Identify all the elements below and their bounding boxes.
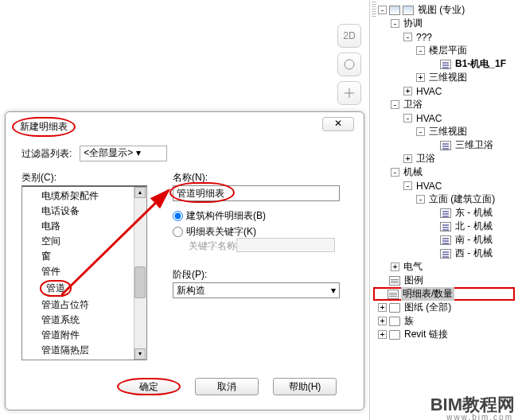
tree-row[interactable]: +三维视图 — [370, 71, 518, 84]
tree-row[interactable]: +Revit 链接 — [370, 328, 518, 341]
expand-icon[interactable]: + — [378, 330, 387, 339]
pan-button[interactable] — [337, 81, 361, 105]
tree-item-label: 三维视图 — [427, 71, 469, 84]
tree-row[interactable]: -卫浴 — [370, 98, 518, 111]
dialog-close-button[interactable]: ✕ — [322, 117, 354, 131]
category-item[interactable]: 空间 — [22, 234, 146, 249]
expand-icon[interactable]: + — [378, 317, 387, 325]
tree-item-label: 东 - 机械 — [454, 206, 494, 220]
phase-select[interactable]: 新构造▾ — [173, 282, 340, 298]
collapse-icon[interactable]: - — [416, 195, 425, 204]
scroll-thumb[interactable] — [134, 266, 146, 298]
tree-row[interactable]: -HVAC — [370, 111, 518, 125]
category-item[interactable]: 管道占位符 — [22, 298, 146, 313]
folder-icon — [389, 303, 400, 313]
help-button[interactable]: 帮助(H) — [273, 378, 337, 395]
tree-item-label: 族 — [403, 314, 415, 328]
view-2d-button[interactable]: 2D — [337, 24, 361, 48]
radio-building-input[interactable] — [173, 211, 183, 221]
tree-row[interactable]: +HVAC — [370, 84, 518, 98]
tree-row[interactable]: +图纸 (全部) — [370, 301, 518, 314]
tree-item-label: Revit 链接 — [403, 328, 450, 341]
tree-row[interactable]: -视图 (专业) — [370, 3, 518, 17]
category-item[interactable]: 电缆桥架配件 — [22, 189, 146, 204]
expand-icon[interactable]: + — [378, 303, 387, 312]
category-item[interactable]: 电话设备 — [22, 204, 146, 219]
dialog-title: 新建明细表 — [12, 117, 76, 137]
collapse-icon[interactable]: - — [403, 33, 412, 41]
tree-row[interactable]: -协调 — [370, 17, 518, 30]
collapse-icon[interactable]: - — [378, 6, 387, 14]
collapse-icon[interactable]: - — [403, 114, 412, 122]
scroll-up-arrow[interactable]: ▴ — [134, 187, 146, 198]
expand-icon[interactable]: + — [403, 87, 412, 95]
expand-icon[interactable]: + — [403, 154, 412, 163]
radio-building-components[interactable]: 建筑构件明细表(B) — [173, 209, 266, 223]
category-item[interactable]: 线管 — [22, 358, 146, 360]
views-icon — [403, 6, 414, 15]
ok-button[interactable]: 确定 — [117, 378, 181, 395]
page-icon — [440, 222, 451, 231]
folder-icon — [389, 330, 400, 340]
collapse-icon[interactable]: - — [416, 46, 425, 55]
svg-point-0 — [345, 60, 354, 69]
category-item[interactable]: 管道系统 — [22, 313, 146, 328]
keyword-name-input — [236, 238, 335, 252]
category-item[interactable]: 管道附件 — [22, 328, 146, 343]
tree-row[interactable]: +电气 — [370, 260, 518, 274]
radio-keys-input[interactable] — [173, 227, 183, 237]
tree-row[interactable]: -立面 (建筑立面) — [370, 192, 518, 206]
collapse-icon[interactable]: - — [391, 100, 399, 109]
tree-row[interactable]: 南 - 机械 — [370, 233, 518, 247]
nav-wheel-button[interactable] — [337, 52, 361, 76]
tree-row[interactable]: 三维卫浴 — [370, 138, 518, 152]
tree-row[interactable]: 西 - 机械 — [370, 247, 518, 260]
tree-item-label: 北 - 机械 — [454, 220, 494, 233]
collapse-icon[interactable]: - — [391, 19, 399, 28]
radio-schedule-keys[interactable]: 明细表关键字(K) — [173, 225, 256, 239]
scroll-down-arrow[interactable]: ▾ — [134, 348, 146, 360]
tree-row[interactable]: -HVAC — [370, 179, 518, 192]
tree-row[interactable]: 北 - 机械 — [370, 220, 518, 233]
tree-item-label: HVAC — [415, 113, 443, 124]
category-item[interactable]: 电路 — [22, 219, 146, 234]
sched-icon — [388, 290, 399, 299]
project-browser-panel: -视图 (专业)-协调-???-楼层平面B1-机电_1F+三维视图+HVAC-卫… — [369, 0, 518, 420]
name-label: 名称(N): — [173, 171, 208, 185]
category-label: 类别(C): — [21, 171, 56, 185]
view-2d-label: 2D — [343, 30, 355, 41]
tree-row[interactable]: -楼层平面 — [370, 44, 518, 57]
expand-icon[interactable]: + — [416, 73, 425, 82]
collapse-icon[interactable]: - — [403, 181, 412, 190]
tree-row[interactable]: -??? — [370, 30, 518, 44]
category-scrollbar[interactable]: ▴ ▾ — [134, 187, 146, 360]
collapse-icon[interactable]: - — [416, 127, 425, 136]
tree-row[interactable]: 东 - 机械 — [370, 206, 518, 220]
tree-item-label: 图例 — [403, 274, 425, 287]
tree-row[interactable]: +族 — [370, 314, 518, 328]
nav-wheel-icon — [343, 58, 356, 71]
tree-row[interactable]: 明细表/数量 — [373, 287, 515, 301]
project-browser-tree[interactable]: -视图 (专业)-协调-???-楼层平面B1-机电_1F+三维视图+HVAC-卫… — [370, 0, 518, 344]
tree-item-label: HVAC — [415, 86, 443, 97]
tree-row[interactable]: -三维视图 — [370, 125, 518, 138]
category-item[interactable]: 管件 — [22, 264, 146, 279]
tree-row[interactable]: -机械 — [370, 165, 518, 179]
tree-row[interactable]: 图例 — [370, 274, 518, 287]
tree-item-label: 三维视图 — [427, 125, 469, 138]
tree-item-label: 图纸 (全部) — [403, 301, 453, 314]
category-listbox[interactable]: 电缆桥架配件电话设备电路空间窗管件管道管道占位符管道系统管道附件管道隔热层线管线… — [21, 185, 147, 360]
panel-grip[interactable] — [372, 2, 376, 18]
cancel-button[interactable]: 取消 — [195, 378, 259, 395]
category-item[interactable]: 管道隔热层 — [22, 343, 146, 358]
category-item[interactable]: 管道 — [22, 279, 146, 298]
collapse-icon[interactable]: - — [391, 168, 399, 177]
category-item[interactable]: 窗 — [22, 249, 146, 264]
pan-icon — [343, 87, 356, 99]
tree-row[interactable]: B1-机电_1F — [370, 57, 518, 71]
expand-icon[interactable]: + — [391, 262, 399, 271]
tree-row[interactable]: +卫浴 — [370, 152, 518, 165]
schedule-name-input[interactable] — [173, 185, 340, 201]
filter-select[interactable]: <全部显示> ▾ — [80, 146, 167, 161]
filter-label: 过滤器列表: — [21, 147, 72, 161]
